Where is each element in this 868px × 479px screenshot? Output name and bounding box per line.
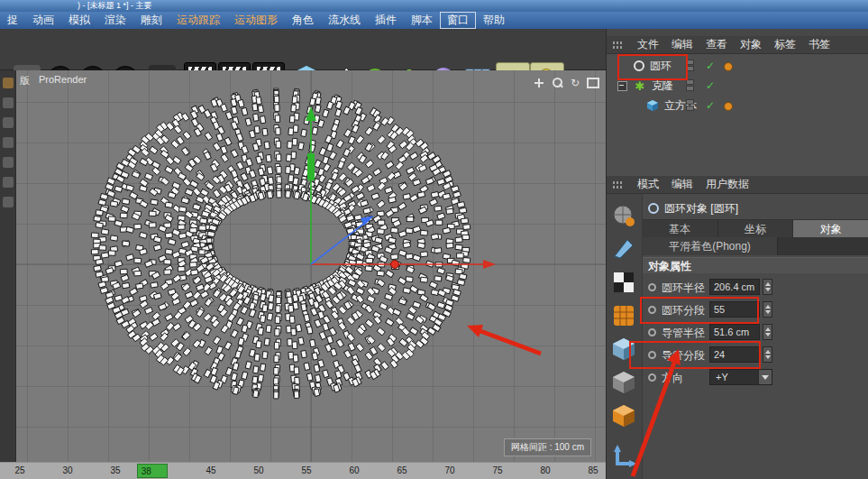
timeline-tick: 60 xyxy=(349,465,359,475)
enabled-check-icon[interactable]: ✓ xyxy=(706,79,715,92)
menu-item-snap[interactable]: 捉 xyxy=(0,12,25,29)
tag-dot-icon[interactable] xyxy=(724,102,733,111)
gray-cube-icon[interactable] xyxy=(611,370,636,395)
cube-icon xyxy=(646,99,659,112)
viewport-3d[interactable]: 版 ProRender ↻ 网格间距 : 100 cm xyxy=(16,70,606,462)
om-menu-objects[interactable]: 对象 xyxy=(740,37,762,52)
object-properties-header[interactable]: 对象属性 xyxy=(643,257,868,273)
current-frame-marker[interactable]: 38 xyxy=(137,464,168,478)
attribute-title: 圆环对象 [圆环] xyxy=(643,199,738,217)
left-toolbar-icon[interactable] xyxy=(3,177,14,188)
object-row-cube[interactable]: 立方体 ✓ xyxy=(607,96,868,115)
stepper-icon[interactable] xyxy=(763,346,772,363)
menu-item-help[interactable]: 帮助 xyxy=(476,12,512,29)
circle-spline-icon xyxy=(634,60,644,71)
viewport-menu-panel[interactable]: 版 xyxy=(20,74,30,88)
pipe-radius-input[interactable]: 51.6 cm xyxy=(709,324,760,340)
menu-item-render[interactable]: 渲染 xyxy=(97,12,133,29)
visibility-dots-icon[interactable] xyxy=(686,99,694,112)
om-menu-bookmarks[interactable]: 书签 xyxy=(809,37,830,52)
keyframe-dot-icon[interactable] xyxy=(648,306,656,314)
viewport-nav-icons: ↻ xyxy=(532,76,600,90)
property-row-ring-segments: 圆环分段 55 xyxy=(643,299,868,322)
checker-material-icon[interactable] xyxy=(611,270,636,295)
timeline-tick: 35 xyxy=(110,465,120,475)
left-toolbar-icon[interactable] xyxy=(3,78,14,88)
left-toolbar-icon[interactable] xyxy=(3,137,14,148)
menu-item-simulate[interactable]: 模拟 xyxy=(61,12,97,29)
attribute-content: 圆环对象 [圆环] 基本 坐标 对象 平滑着色(Phong) 对象属性 圆环半径… xyxy=(643,194,868,479)
left-toolbar-icon[interactable] xyxy=(3,117,14,128)
menu-item-sculpt[interactable]: 雕刻 xyxy=(133,12,169,29)
spline-pen-icon[interactable] xyxy=(611,236,636,262)
am-menu-edit[interactable]: 编辑 xyxy=(672,177,693,192)
orange-grid-icon[interactable] xyxy=(611,303,636,328)
stepper-icon[interactable] xyxy=(763,324,772,340)
pan-view-icon[interactable] xyxy=(532,76,546,90)
object-row-cloner[interactable]: ✱ 克隆 ✓ xyxy=(607,76,868,96)
x-axis-handle[interactable] xyxy=(391,261,399,269)
om-menu-edit[interactable]: 编辑 xyxy=(672,37,693,52)
enabled-check-icon[interactable]: ✓ xyxy=(706,60,715,72)
keyframe-dot-icon[interactable] xyxy=(648,373,656,382)
torus-cloner-object[interactable] xyxy=(91,88,470,399)
keyframe-dot-icon[interactable] xyxy=(648,351,656,359)
menu-item-pipeline[interactable]: 流水线 xyxy=(321,12,368,29)
menu-item-animation[interactable]: 动画 xyxy=(25,12,61,29)
attribute-tabs: 基本 坐标 对象 xyxy=(643,219,868,238)
left-toolbar-icon[interactable] xyxy=(3,157,14,168)
keyframe-dot-icon[interactable] xyxy=(648,328,656,336)
menu-item-motion-tracker[interactable]: 运动跟踪 xyxy=(169,12,227,29)
property-label: 导管半径 xyxy=(662,326,705,341)
ring-radius-input[interactable]: 206.4 cm xyxy=(709,279,760,295)
right-dock: 文件 编辑 查看 对象 标签 书签 圆环 ✓ ✱ 克隆 ✓ 立方体 xyxy=(606,29,868,479)
menu-item-script[interactable]: 脚本 xyxy=(404,12,440,29)
object-name[interactable]: 圆环 xyxy=(650,59,672,74)
left-toolbar-icon[interactable] xyxy=(3,97,14,108)
timeline-tick: 65 xyxy=(397,465,407,475)
menu-item-plugins[interactable]: 插件 xyxy=(368,12,404,29)
timeline-tick: 85 xyxy=(588,465,598,475)
collapse-expander-icon[interactable] xyxy=(617,81,627,91)
stepper-icon[interactable] xyxy=(763,279,772,295)
om-menu-tags[interactable]: 标签 xyxy=(774,37,796,52)
viewport-menu: 版 ProRender xyxy=(20,74,87,88)
om-menu-view[interactable]: 查看 xyxy=(706,37,727,52)
menu-item-character[interactable]: 角色 xyxy=(285,12,321,29)
rotate-view-icon[interactable]: ↻ xyxy=(568,76,582,90)
object-row-circle[interactable]: 圆环 ✓ xyxy=(607,56,868,76)
tag-dot-icon[interactable] xyxy=(724,62,733,71)
blue-cube-icon[interactable] xyxy=(611,336,636,362)
y-axis-handle[interactable] xyxy=(307,153,315,180)
viewport-menu-prorender[interactable]: ProRender xyxy=(39,74,87,88)
stepper-icon[interactable] xyxy=(763,301,772,318)
pipe-segments-input[interactable]: 24 xyxy=(709,346,760,363)
zoom-view-icon[interactable] xyxy=(550,76,564,90)
viewport-canvas[interactable] xyxy=(16,70,606,462)
menu-item-mograph[interactable]: 运动图形 xyxy=(227,12,285,29)
panel-grip-icon xyxy=(612,180,623,189)
tab-basic[interactable]: 基本 xyxy=(643,220,718,238)
ring-segments-input[interactable]: 55 xyxy=(709,301,760,318)
timeline-ruler[interactable]: 253035455055606570758085 38 xyxy=(0,462,606,479)
orientation-dropdown[interactable]: +Y xyxy=(709,369,772,385)
object-name[interactable]: 克隆 xyxy=(652,78,673,94)
orange-cube-icon[interactable] xyxy=(611,403,636,428)
visibility-dots-icon[interactable] xyxy=(686,79,694,92)
property-label: 圆环分段 xyxy=(662,303,705,318)
toggle-view-icon[interactable] xyxy=(586,76,600,90)
am-menu-mode[interactable]: 模式 xyxy=(637,177,659,192)
enabled-check-icon[interactable]: ✓ xyxy=(706,99,715,112)
object-manager[interactable]: 圆环 ✓ ✱ 克隆 ✓ 立方体 ✓ xyxy=(607,54,868,176)
left-toolbar-icon[interactable] xyxy=(3,197,14,207)
tab-coordinates[interactable]: 坐标 xyxy=(718,220,794,238)
visibility-dots-icon[interactable] xyxy=(686,60,694,72)
menu-item-window[interactable]: 窗口 xyxy=(440,12,476,29)
tab-object[interactable]: 对象 xyxy=(793,220,868,238)
tab-phong[interactable]: 平滑着色(Phong) xyxy=(643,237,778,255)
am-menu-userdata[interactable]: 用户数据 xyxy=(706,177,749,192)
axis-icon[interactable] xyxy=(611,445,636,470)
keyframe-dot-icon[interactable] xyxy=(648,283,656,291)
om-menu-file[interactable]: 文件 xyxy=(637,37,659,52)
modeling-sphere-icon[interactable] xyxy=(611,203,636,228)
